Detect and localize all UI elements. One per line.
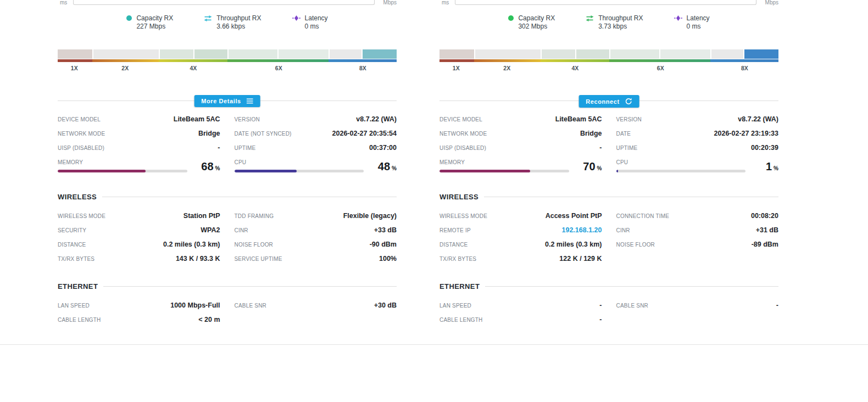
field-label: DEVICE MODEL: [439, 116, 482, 122]
tick-8x: 8X: [359, 65, 366, 71]
more-details-button[interactable]: More Details: [194, 95, 260, 107]
legend-value: 227 Mbps: [136, 23, 173, 31]
field-label: DISTANCE: [439, 242, 468, 248]
field-row: NETWORK MODEBridge: [58, 126, 220, 141]
field-value: -: [599, 302, 602, 309]
legend-item-capacity: Capacity RX 302 Mbps: [508, 14, 555, 31]
station-panel: ms Mbps Capacity RX 227 Mbps: [58, 0, 397, 327]
field-value: Bridge: [198, 130, 220, 137]
legend-value: 0 ms: [687, 23, 710, 31]
tick-8x: 8X: [741, 65, 748, 71]
legend-label: Capacity RX: [136, 14, 173, 23]
field-label: TDD FRAMING: [235, 213, 274, 219]
scale-segment-4x: [541, 59, 609, 62]
field-row: TX/RX BYTES143 K / 93.3 K: [58, 252, 220, 266]
modulation-ticks: 1X 2X 4X 6X 8X: [58, 65, 397, 72]
field-value: +31 dB: [756, 226, 778, 234]
field-value: +33 dB: [374, 226, 397, 234]
field-row: UISP (DISABLED)-: [58, 141, 220, 155]
memory-percent: 70%: [577, 161, 602, 174]
modulation-bar: 1X 2X 4X 6X 8X: [439, 49, 778, 72]
scale-segment-8x: [329, 59, 397, 62]
wireless-section-title: WIRELESS: [439, 193, 478, 201]
legend-item-throughput: Throughput RX 3.73 kbps: [586, 14, 643, 31]
memory-bar-track: [439, 170, 569, 172]
modulation-block: [93, 49, 159, 59]
modulation-blocks: [58, 49, 397, 59]
scale-segment-2x: [92, 59, 159, 62]
scale-segment-1x: [439, 59, 474, 62]
legend-item-latency: Latency 0 ms: [292, 14, 328, 31]
scale-segment-4x: [159, 59, 227, 62]
device-info-grid: DEVICE MODELLiteBeam 5AC NETWORK MODEBri…: [58, 112, 397, 155]
field-row: TDD FRAMINGFlexible (legacy): [235, 209, 397, 223]
tick-2x: 2X: [503, 65, 510, 71]
field-value: Flexible (legacy): [343, 212, 397, 220]
legend-item-capacity: Capacity RX 227 Mbps: [126, 14, 173, 31]
modulation-blocks: [439, 49, 778, 59]
modulation-block: [194, 49, 227, 59]
field-value: -90 dBm: [370, 241, 397, 248]
tick-1x: 1X: [71, 65, 78, 71]
field-label: LAN SPEED: [58, 303, 90, 309]
field-value: v8.7.22 (WA): [738, 115, 778, 123]
latency-diamond-icon: [674, 15, 682, 31]
legend-value: 3.73 kbps: [598, 23, 643, 31]
modulation-block: [475, 49, 541, 59]
field-row: REMOTE IP192.168.1.20: [439, 223, 602, 237]
field-label: CABLE LENGTH: [58, 317, 101, 323]
modulation-block: [711, 49, 743, 59]
field-value: 00:20:39: [751, 144, 778, 152]
field-row: UPTIME00:37:00: [235, 141, 397, 155]
field-row: UPTIME00:20:39: [616, 141, 779, 155]
tick-4x: 4X: [571, 65, 578, 71]
memory-bar-track: [58, 170, 187, 172]
remote-ip-link[interactable]: 192.168.1.20: [562, 226, 602, 234]
panels-container: ms Mbps Capacity RX 227 Mbps: [0, 0, 868, 327]
field-value: < 20 m: [198, 316, 220, 323]
field-row: CABLE SNR-: [616, 298, 779, 312]
field-label: DATE: [616, 131, 631, 137]
field-row: SERVICE UPTIME100%: [235, 252, 397, 266]
field-row: NOISE FLOOR-89 dBm: [616, 237, 779, 252]
field-value: 122 K / 129 K: [559, 255, 602, 263]
field-row: DISTANCE0.2 miles (0.3 km): [58, 237, 220, 252]
cpu-label: CPU: [235, 159, 364, 165]
field-row: NOISE FLOOR-90 dBm: [235, 237, 397, 252]
field-label: UISP (DISABLED): [58, 145, 104, 151]
modulation-block: [279, 49, 329, 59]
field-label: SECURITY: [58, 227, 86, 233]
field-label: VERSION: [616, 116, 642, 122]
latency-diamond-icon: [292, 15, 301, 31]
ethernet-section-title: ETHERNET: [58, 282, 98, 291]
right-axis-unit-label: Mbps: [756, 0, 778, 5]
field-row: DISTANCE0.2 miles (0.3 km): [439, 237, 602, 252]
field-row: DATE2026-02-27 23:19:33: [616, 126, 779, 141]
field-label: UPTIME: [235, 145, 256, 151]
field-row: VERSIONv8.7.22 (WA): [235, 112, 397, 126]
left-axis-unit-label: ms: [58, 0, 73, 5]
field-row: CABLE SNR+30 dB: [235, 298, 397, 312]
memory-percent: 68%: [195, 161, 220, 174]
reconnect-button[interactable]: Reconnect: [578, 95, 639, 108]
left-axis-unit-label: ms: [439, 0, 455, 5]
cpu-bar-fill: [616, 170, 619, 172]
section-rule: [485, 286, 778, 287]
chart-legend: Capacity RX 227 Mbps Throughput RX 3.66 …: [58, 14, 397, 31]
modulation-block: [229, 49, 277, 59]
field-value: -: [599, 144, 602, 152]
modulation-scale: [439, 59, 778, 62]
field-row: CINR+31 dB: [616, 223, 779, 237]
field-row: CABLE LENGTH< 20 m: [58, 312, 220, 327]
field-row: CONNECTION TIME00:08:20: [616, 209, 779, 223]
legend-label: Throughput RX: [216, 14, 261, 23]
scale-segment-2x: [474, 59, 541, 62]
field-value: 2026-02-27 20:35:54: [332, 130, 397, 137]
field-label: SERVICE UPTIME: [235, 256, 282, 262]
field-label: WIRELESS MODE: [439, 213, 487, 219]
ethernet-section: ETHERNET LAN SPEED- CABLE LENGTH- CABLE …: [439, 282, 778, 327]
legend-label: Latency: [687, 14, 710, 23]
throughput-arrows-icon: [586, 15, 594, 31]
field-label: DATE (NOT SYNCED): [235, 131, 292, 137]
field-label: CABLE LENGTH: [439, 317, 483, 323]
